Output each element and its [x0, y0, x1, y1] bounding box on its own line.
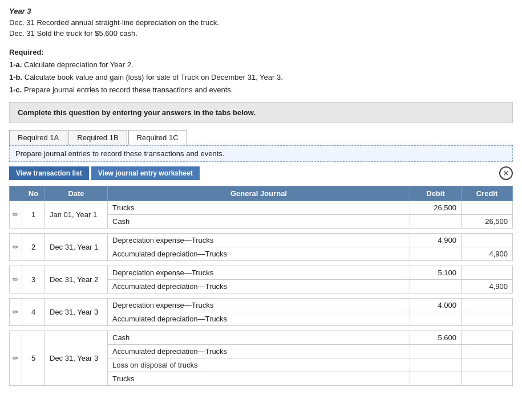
- entry-date-3: Dec 31, Year 2: [45, 266, 108, 293]
- entry-desc: Depreciation expense—Trucks: [108, 298, 410, 312]
- req-item-1b: 1-b. Calculate book value and gain (loss…: [9, 71, 513, 84]
- entry-debit: 5,100: [410, 266, 462, 279]
- entry-no-1: 1: [22, 201, 45, 228]
- entry-debit: [410, 247, 462, 260]
- req-item-1c: 1-c. Prepare journal entries to record t…: [9, 84, 513, 96]
- edit-icon-row-1[interactable]: ✏: [10, 201, 22, 228]
- entry-debit: [410, 214, 462, 228]
- entry-credit: [462, 331, 513, 344]
- entry-credit: [462, 344, 513, 358]
- intro-line-1: Dec. 31 Recorded annual straight-line de…: [9, 17, 513, 28]
- entry-credit: [462, 358, 513, 372]
- edit-icon-row-4[interactable]: ✏: [10, 298, 22, 325]
- entry-desc: Trucks: [108, 201, 410, 214]
- entry-date-5: Dec 31, Year 3: [45, 331, 108, 385]
- entry-credit: 26,500: [462, 214, 513, 228]
- edit-icon-row-5[interactable]: ✏: [10, 331, 22, 385]
- intro-section: Year 3 Dec. 31 Recorded annual straight-…: [9, 6, 513, 39]
- req-key-1c: 1-c.: [9, 85, 22, 94]
- entry-desc: Depreciation expense—Trucks: [108, 266, 410, 279]
- req-text-1b: Calculate book value and gain (loss) for…: [25, 73, 283, 81]
- journal-table: No Date General Journal Debit Credit ✏1J…: [9, 186, 513, 386]
- tab-required-1c[interactable]: Required 1C: [128, 130, 187, 145]
- entry-no-4: 4: [22, 298, 45, 325]
- entry-desc: Accumulated depreciation—Trucks: [108, 279, 410, 293]
- complete-box: Complete this question by entering your …: [9, 102, 513, 123]
- req-text-1c: Prepare journal entries to record these …: [24, 85, 233, 94]
- entry-debit: 26,500: [410, 201, 462, 214]
- entry-desc: Trucks: [108, 372, 410, 385]
- th-no: No: [22, 186, 45, 201]
- entry-desc: Cash: [108, 214, 410, 228]
- entry-credit: 4,900: [462, 247, 513, 260]
- th-debit: Debit: [410, 186, 462, 201]
- instruction-bar: Prepare journal entries to record these …: [9, 145, 513, 162]
- req-key-1b: 1-b.: [9, 73, 22, 81]
- edit-icon-row-2[interactable]: ✏: [10, 233, 22, 260]
- entry-credit: [462, 298, 513, 312]
- th-date: Date: [45, 186, 108, 201]
- entry-credit: [462, 312, 513, 325]
- btn-bar: View transaction list View journal entry…: [9, 166, 513, 180]
- entry-no-3: 3: [22, 266, 45, 293]
- entry-desc: Loss on disposal of trucks: [108, 358, 410, 372]
- entry-no-5: 5: [22, 331, 45, 385]
- tab-required-1b[interactable]: Required 1B: [68, 130, 127, 145]
- entry-debit: 4,000: [410, 298, 462, 312]
- entry-credit: [462, 372, 513, 385]
- entry-debit: [410, 358, 462, 372]
- entry-no-2: 2: [22, 233, 45, 260]
- view-journal-button[interactable]: View journal entry worksheet: [91, 166, 200, 180]
- th-edit: [10, 186, 22, 201]
- year-label: Year 3: [9, 6, 513, 17]
- edit-icon-row-3[interactable]: ✏: [10, 266, 22, 293]
- entry-debit: 5,600: [410, 331, 462, 344]
- entry-desc: Accumulated depreciation—Trucks: [108, 247, 410, 260]
- entry-date-2: Dec 31, Year 1: [45, 233, 108, 260]
- th-general-journal: General Journal: [108, 186, 410, 201]
- tab-required-1a[interactable]: Required 1A: [9, 130, 67, 145]
- entry-desc: Accumulated depreciation—Trucks: [108, 312, 410, 325]
- entry-credit: [462, 201, 513, 214]
- entry-desc: Cash: [108, 331, 410, 344]
- req-item-1a: 1-a. Calculate depreciation for Year 2.: [9, 59, 513, 71]
- th-credit: Credit: [462, 186, 513, 201]
- required-section: Required: 1-a. Calculate depreciation fo…: [9, 46, 513, 96]
- intro-line-2: Dec. 31 Sold the truck for $5,600 cash.: [9, 28, 513, 39]
- req-key-1a: 1-a.: [9, 60, 22, 69]
- required-title: Required:: [9, 46, 513, 59]
- entry-credit: [462, 233, 513, 247]
- entry-debit: 4,900: [410, 233, 462, 247]
- view-transaction-button[interactable]: View transaction list: [9, 166, 89, 180]
- entry-debit: [410, 344, 462, 358]
- tabs-row: Required 1A Required 1B Required 1C: [9, 130, 513, 145]
- entry-debit: [410, 312, 462, 325]
- entry-desc: Depreciation expense—Trucks: [108, 233, 410, 247]
- entry-credit: [462, 266, 513, 279]
- entry-desc: Accumulated depreciation—Trucks: [108, 344, 410, 358]
- req-text-1a: Calculate depreciation for Year 2.: [24, 60, 133, 69]
- entry-credit: 4,900: [462, 279, 513, 293]
- entry-debit: [410, 372, 462, 385]
- entry-date-4: Dec 31, Year 3: [45, 298, 108, 325]
- entry-debit: [410, 279, 462, 293]
- entry-date-1: Jan 01, Year 1: [45, 201, 108, 228]
- close-button[interactable]: ✕: [499, 166, 513, 180]
